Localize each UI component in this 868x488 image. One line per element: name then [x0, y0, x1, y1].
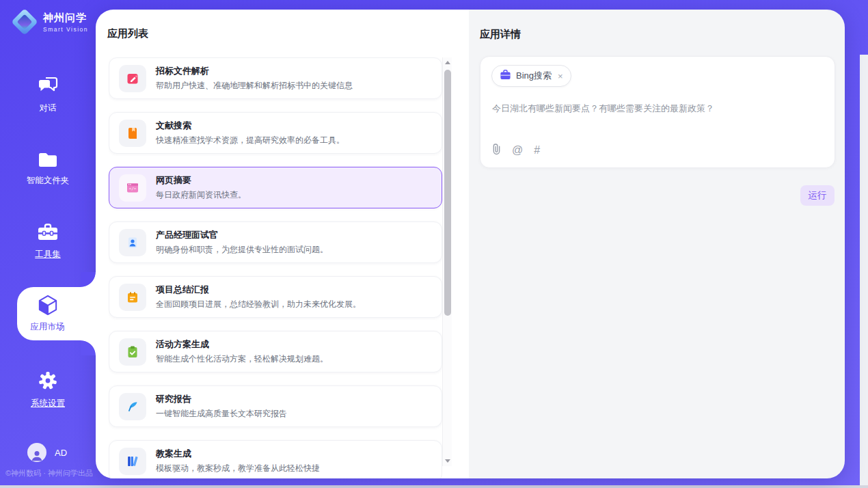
books-icon: [119, 448, 146, 475]
interviewer-person-icon: [119, 229, 146, 256]
gear-icon: [38, 370, 58, 394]
book-icon: [119, 120, 146, 147]
app-description: 每日政府新闻资讯快查。: [156, 189, 246, 201]
list-item-bid-analysis[interactable]: 招标文件解析 帮助用户快速、准确地理解和解析招标书中的关键信息: [109, 57, 442, 99]
app-description: 全面回顾项目进展，总结经验教训，助力未来优化发展。: [156, 299, 361, 310]
app-list: 招标文件解析 帮助用户快速、准确地理解和解析招标书中的关键信息 文献搜索 快速精…: [109, 57, 442, 478]
hash-icon[interactable]: #: [534, 144, 540, 157]
run-button[interactable]: 运行: [800, 185, 835, 206]
logo-title: 神州问学: [43, 12, 88, 25]
avatar-person-icon: [30, 448, 44, 462]
document-edit-icon: [119, 65, 146, 92]
app-list-scrollbar[interactable]: [442, 57, 452, 466]
query-input[interactable]: 今日湖北有哪些新闻要点？有哪些需要关注的最新政策？: [492, 102, 820, 116]
paperclip-icon[interactable]: [492, 143, 501, 158]
tag-close-icon[interactable]: ×: [558, 71, 563, 81]
app-window: 应用列表 招标文件解析 帮助用户快速、准确地理解和解析招标书中的关键信息: [0, 0, 868, 488]
app-title: 网页摘要: [156, 174, 246, 187]
active-notch-bottom: [81, 340, 96, 355]
list-item-pm-interviewer[interactable]: 产品经理面试官 明确身份和职责，为您提供专业性的面试问题。: [109, 221, 442, 263]
sidebar-item-chat[interactable]: 对话: [0, 75, 96, 114]
app-title: 教案生成: [156, 448, 320, 460]
toolbox-icon: [37, 223, 59, 245]
list-item-lesson-plan[interactable]: 教案生成 模板驱动，教案秒成，教学准备从此轻松快捷: [109, 440, 442, 478]
app-title: 研究报告: [156, 393, 287, 405]
tool-tag-label: Bing搜索: [516, 70, 552, 82]
scrollbar-thumb[interactable]: [444, 70, 451, 316]
sidebar-item-label: 系统设置: [31, 398, 65, 409]
app-detail-panel: 应用详情 Bing搜索 × 今日湖北有哪些新闻要点？有哪些需要关注的最新政策？ …: [469, 10, 845, 478]
avatar: [27, 443, 46, 462]
window-scrollbar-gutter: [860, 55, 868, 485]
cube-icon: [38, 295, 57, 318]
composer-toolbar: @ #: [492, 143, 540, 158]
app-title: 项目总结汇报: [156, 284, 361, 296]
app-title: 招标文件解析: [156, 65, 353, 77]
app-list-panel: 应用列表 招标文件解析 帮助用户快速、准确地理解和解析招标书中的关键信息: [96, 10, 469, 478]
ink-pen-icon: [119, 393, 146, 420]
active-notch-top: [81, 272, 96, 287]
scroll-down-arrow-icon[interactable]: [445, 459, 450, 463]
sidebar-item-toolset[interactable]: 工具集: [0, 223, 96, 260]
calendar-report-icon: [119, 284, 146, 311]
chat-icon: [38, 75, 58, 98]
logo-subtitle: Smart Vision: [43, 26, 88, 33]
app-description: 智能生成个性化活动方案，轻松解决规划难题。: [156, 353, 328, 365]
app-title: 产品经理面试官: [156, 229, 328, 241]
sidebar-item-settings[interactable]: 系统设置: [0, 370, 96, 409]
sidebar-item-label: 智能文件夹: [27, 175, 70, 187]
sidebar-item-app-market[interactable]: 应用市场: [17, 287, 96, 340]
clipboard-check-icon: [119, 338, 146, 366]
app-title: 活动方案生成: [156, 338, 328, 351]
list-item-project-summary[interactable]: 项目总结汇报 全面回顾项目进展，总结经验教训，助力未来优化发展。: [109, 276, 442, 318]
app-list-title: 应用列表: [107, 27, 148, 40]
sidebar-footer-credit: ©神州数码 · 神州问学出品: [5, 468, 96, 478]
app-detail-title: 应用详情: [480, 28, 521, 41]
list-item-literature-search[interactable]: 文献搜索 快速精准查找学术资源，提高研究效率的必备工具。: [109, 112, 442, 154]
briefcase-icon: [500, 70, 511, 83]
app-description: 明确身份和职责，为您提供专业性的面试问题。: [156, 244, 328, 256]
list-item-research-report[interactable]: 研究报告 一键智能生成高质量长文本研究报告: [109, 385, 442, 427]
list-item-web-summary[interactable]: </> 网页摘要 每日政府新闻资讯快查。: [109, 167, 442, 208]
sidebar-item-label: 应用市场: [31, 321, 65, 333]
sidebar-item-smart-folder[interactable]: 智能文件夹: [0, 152, 96, 187]
app-logo: 神州问学 Smart Vision: [12, 10, 88, 34]
list-item-event-plan[interactable]: 活动方案生成 智能生成个性化活动方案，轻松解决规划难题。: [109, 331, 442, 372]
user-account[interactable]: AD: [27, 443, 67, 462]
scroll-up-arrow-icon[interactable]: [445, 61, 450, 64]
svg-text:</>: </>: [129, 186, 137, 191]
folder-icon: [38, 152, 58, 171]
app-description: 帮助用户快速、准确地理解和解析招标书中的关键信息: [156, 80, 353, 92]
window-bottom-strip: [0, 485, 868, 488]
app-description: 快速精准查找学术资源，提高研究效率的必备工具。: [156, 135, 344, 146]
diamond-logo-icon: [11, 8, 38, 36]
at-icon[interactable]: @: [512, 144, 523, 157]
app-title: 文献搜索: [156, 120, 344, 132]
prompt-card: Bing搜索 × 今日湖北有哪些新闻要点？有哪些需要关注的最新政策？ @ #: [480, 56, 835, 168]
app-description: 模板驱动，教案秒成，教学准备从此轻松快捷: [156, 463, 320, 474]
app-description: 一键智能生成高质量长文本研究报告: [156, 408, 287, 420]
user-initials: AD: [55, 448, 67, 458]
browser-code-icon: </>: [119, 174, 146, 202]
tool-tag-bing-search[interactable]: Bing搜索 ×: [491, 65, 571, 87]
sidebar-item-label: 对话: [40, 103, 57, 114]
sidebar-item-label: 工具集: [35, 249, 61, 260]
main-panel: 应用列表 招标文件解析 帮助用户快速、准确地理解和解析招标书中的关键信息: [96, 10, 845, 478]
